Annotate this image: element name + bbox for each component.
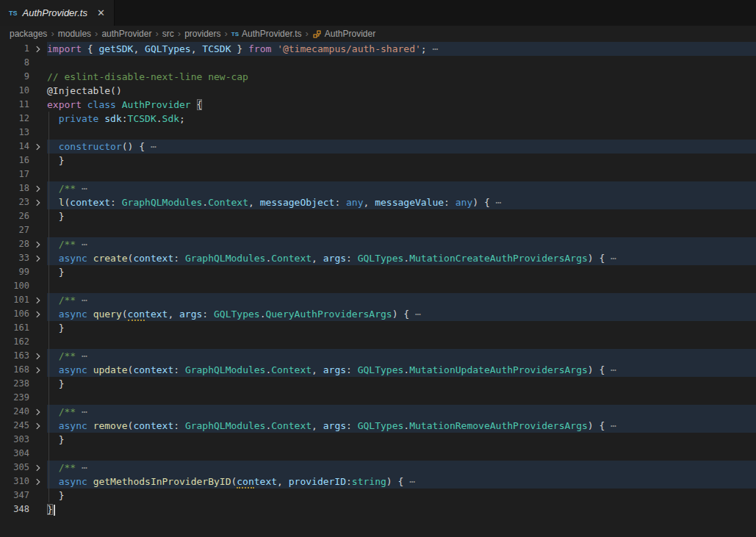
editor[interactable]: 1import { getSDK, GQLTypes, TCSDK } from… xyxy=(0,42,756,537)
fold-chevron-icon[interactable] xyxy=(29,42,47,56)
vscode-window: TS AuthProvider.ts ✕ packages›modules›au… xyxy=(0,0,756,537)
fold-chevron-icon[interactable] xyxy=(29,475,47,489)
code-text xyxy=(47,126,756,140)
line-number: 348 xyxy=(0,502,29,516)
code-line[interactable]: 28 /** ⋯ xyxy=(0,237,756,251)
code-text: } xyxy=(47,433,756,447)
line-number: 1 xyxy=(0,42,29,56)
fold-chevron-icon[interactable] xyxy=(29,363,47,377)
code-text: } xyxy=(47,502,756,516)
fold-chevron-icon[interactable] xyxy=(29,237,47,251)
line-number: 238 xyxy=(0,377,29,391)
code-line[interactable]: 16 } xyxy=(0,154,756,167)
fold-chevron-icon[interactable] xyxy=(29,307,47,321)
breadcrumb-item-modules[interactable]: modules xyxy=(58,29,91,39)
code-line[interactable]: 305 /** ⋯ xyxy=(0,461,756,475)
gutter-spacer xyxy=(29,265,47,279)
code-text: /** ⋯ xyxy=(47,405,756,419)
chevron-right-icon: › xyxy=(178,28,181,39)
tab-authprovider[interactable]: TS AuthProvider.ts ✕ xyxy=(0,0,115,26)
fold-chevron-icon[interactable] xyxy=(29,293,47,307)
code-text: constructor() { ⋯ xyxy=(47,140,756,154)
line-number: 347 xyxy=(0,489,29,502)
fold-chevron-icon[interactable] xyxy=(29,349,47,363)
code-line[interactable]: 163 /** ⋯ xyxy=(0,349,756,363)
code-line[interactable]: 239 xyxy=(0,391,756,405)
code-line[interactable]: 18 /** ⋯ xyxy=(0,181,756,195)
code-line[interactable]: 12 private sdk:TCSDK.Sdk; xyxy=(0,112,756,126)
code-line[interactable]: 33 async create(context: GraphQLModules.… xyxy=(0,251,756,265)
tab-title: AuthProvider.ts xyxy=(23,7,87,18)
code-line[interactable]: 17 xyxy=(0,167,756,181)
line-number: 8 xyxy=(0,56,29,70)
code-line[interactable]: 1import { getSDK, GQLTypes, TCSDK } from… xyxy=(0,42,756,56)
line-number: 305 xyxy=(0,461,29,475)
fold-chevron-icon[interactable] xyxy=(29,195,47,209)
code-line[interactable]: 348} xyxy=(0,502,756,516)
code-text: } xyxy=(47,265,756,279)
code-text: async getMethodsInProviderByID(context, … xyxy=(47,475,756,489)
gutter-spacer xyxy=(29,167,47,181)
breadcrumb-item-authprovider[interactable]: authProvider xyxy=(101,29,151,39)
code-line[interactable]: 238 } xyxy=(0,377,756,391)
fold-chevron-icon[interactable] xyxy=(29,181,47,195)
code-line[interactable]: 161 } xyxy=(0,321,756,335)
code-text: private sdk:TCSDK.Sdk; xyxy=(47,112,756,126)
code-area[interactable]: 1import { getSDK, GQLTypes, TCSDK } from… xyxy=(0,42,756,516)
code-line[interactable]: 27 xyxy=(0,223,756,237)
code-text: async create(context: GraphQLModules.Con… xyxy=(47,251,756,265)
fold-chevron-icon[interactable] xyxy=(29,419,47,433)
fold-chevron-icon[interactable] xyxy=(29,461,47,475)
code-text: /** ⋯ xyxy=(47,461,756,475)
code-line[interactable]: 11export class AuthProvider { xyxy=(0,98,756,112)
code-line[interactable]: 310 async getMethodsInProviderByID(conte… xyxy=(0,475,756,489)
breadcrumb-item-providers[interactable]: providers xyxy=(184,29,220,39)
code-line[interactable]: 240 /** ⋯ xyxy=(0,405,756,419)
gutter-spacer xyxy=(29,209,47,223)
close-icon[interactable]: ✕ xyxy=(97,8,105,18)
line-number: 12 xyxy=(0,112,29,126)
gutter-spacer xyxy=(29,112,47,126)
gutter-spacer xyxy=(29,335,47,349)
line-number: 240 xyxy=(0,405,29,419)
line-number: 11 xyxy=(0,98,29,112)
code-line[interactable]: 100 xyxy=(0,279,756,293)
code-line[interactable]: 9// eslint-disable-next-line new-cap xyxy=(0,70,756,84)
line-number: 13 xyxy=(0,126,29,140)
line-number: 16 xyxy=(0,154,29,167)
code-line[interactable]: 106 async query(context, args: GQLTypes.… xyxy=(0,307,756,321)
code-line[interactable]: 347 } xyxy=(0,489,756,502)
code-line[interactable]: 245 async remove(context: GraphQLModules… xyxy=(0,419,756,433)
code-line[interactable]: 304 xyxy=(0,447,756,461)
gutter-spacer xyxy=(29,70,47,84)
chevron-right-icon: › xyxy=(305,28,308,39)
code-line[interactable]: 26 } xyxy=(0,209,756,223)
code-line[interactable]: 23 l(context: GraphQLModules.Context, me… xyxy=(0,195,756,209)
code-line[interactable]: 99 } xyxy=(0,265,756,279)
code-line[interactable]: 303 } xyxy=(0,433,756,447)
breadcrumb-item-authprovider[interactable]: AuthProvider xyxy=(312,29,375,39)
line-number: 18 xyxy=(0,181,29,195)
fold-chevron-icon[interactable] xyxy=(29,140,47,154)
indent-guide xyxy=(48,112,49,502)
chevron-right-icon: › xyxy=(155,28,158,39)
code-line[interactable]: 101 /** ⋯ xyxy=(0,293,756,307)
line-number: 10 xyxy=(0,84,29,98)
code-line[interactable]: 10@Injectable() xyxy=(0,84,756,98)
breadcrumb-item-authprovider-ts[interactable]: TSAuthProvider.ts xyxy=(231,29,302,39)
code-line[interactable]: 162 xyxy=(0,335,756,349)
code-line[interactable]: 13 xyxy=(0,126,756,140)
code-text xyxy=(47,167,756,181)
breadcrumb-item-packages[interactable]: packages xyxy=(10,29,47,39)
code-line[interactable]: 14 constructor() { ⋯ xyxy=(0,140,756,154)
line-number: 303 xyxy=(0,433,29,447)
gutter-spacer xyxy=(29,56,47,70)
breadcrumb-item-src[interactable]: src xyxy=(162,29,174,39)
code-text xyxy=(47,279,756,293)
code-line[interactable]: 168 async update(context: GraphQLModules… xyxy=(0,363,756,377)
gutter-spacer xyxy=(29,502,47,516)
code-line[interactable]: 8 xyxy=(0,56,756,70)
fold-chevron-icon[interactable] xyxy=(29,405,47,419)
code-text: // eslint-disable-next-line new-cap xyxy=(47,70,756,84)
fold-chevron-icon[interactable] xyxy=(29,251,47,265)
